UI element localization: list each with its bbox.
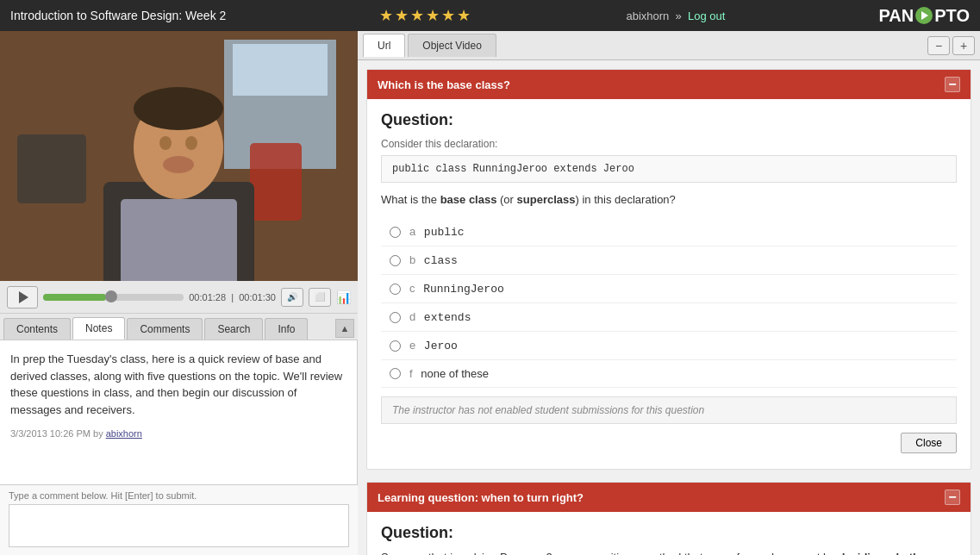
question-text-1: What is the base class (or superclass) i… [381,193,957,206]
svg-point-10 [185,136,197,150]
header: Introduction to Software Design: Week 2 … [0,0,980,31]
expand-panel-button[interactable]: ▲ [335,319,354,338]
option-f-radio[interactable] [390,368,401,379]
option-e-row[interactable]: e Jeroo [381,332,957,360]
logo-play-icon [915,7,933,24]
play-button[interactable] [7,286,38,309]
svg-rect-3 [17,134,86,203]
tab-notes[interactable]: Notes [72,317,125,340]
tab-search[interactable]: Search [204,318,263,340]
question-card-2-collapse[interactable]: − [945,490,960,505]
left-tabs: Contents Notes Comments Search Info ▲ [0,314,358,340]
question-card-2: Learning question: when to turn right? −… [366,482,971,555]
question-2-label: Question: [381,524,957,542]
right-tab-bar: Url Object Video − + [358,31,980,60]
bold-superclass: superclass [517,193,576,206]
svg-rect-6 [121,199,237,281]
option-b-row[interactable]: b class [381,246,957,275]
progress-bar[interactable] [43,294,184,301]
note-content: In prep the Tuesday's class, here is a q… [10,351,346,418]
option-e-radio[interactable] [390,340,401,352]
option-a-label: a public [409,225,465,239]
svg-point-9 [159,136,172,150]
question-card-1-body: Question: Consider this declaration: pub… [367,99,971,469]
comment-input[interactable] [9,504,349,547]
question-card-1: Which is the base class? − Question: Con… [366,69,971,470]
video-placeholder [0,31,358,281]
question-card-1-header: Which is the base class? − [367,70,971,99]
progress-thumb[interactable] [105,290,117,302]
current-time: 00:01:28 | 00:01:30 [189,292,276,302]
notes-area: In prep the Tuesday's class, here is a q… [0,340,358,484]
code-block: public class RunningJeroo extends Jeroo [381,155,957,183]
question-card-1-collapse[interactable]: − [945,77,960,92]
bold-base-class: base class [440,193,497,206]
option-f-label: f none of these [409,367,489,380]
star-rating[interactable]: ★★★★★★ [379,6,472,25]
option-a-row[interactable]: a public [381,218,957,246]
question-text-2: Suppose that in solving Program 2, you a… [381,551,957,555]
svg-rect-2 [233,44,328,96]
option-d-radio[interactable] [390,312,401,323]
zoom-out-button[interactable]: − [927,36,950,55]
logout-link[interactable]: Log out [688,9,725,22]
left-panel: 00:01:28 | 00:01:30 🔊 ⬜ 📊 Contents Notes… [0,31,358,555]
svg-point-8 [134,87,223,130]
video-area [0,31,358,281]
logo-pan: PAN [878,6,914,26]
comment-area: Type a comment below. Hit [Enter] to sub… [0,484,358,555]
tab-info[interactable]: Info [265,318,308,340]
option-a-radio[interactable] [390,227,401,238]
option-d-row[interactable]: d extends [381,303,957,332]
tab-comments[interactable]: Comments [127,318,203,340]
option-c-label: c RunningJeroo [409,282,504,296]
main-layout: 00:01:28 | 00:01:30 🔊 ⬜ 📊 Contents Notes… [0,31,980,555]
note-meta: 3/3/2013 10:26 PM by abixhorn [10,427,346,441]
zoom-controls: − + [927,36,975,55]
volume-button[interactable]: 🔊 [281,288,303,307]
right-tab-object-video[interactable]: Object Video [408,34,496,57]
question-card-2-title: Learning question: when to turn right? [378,491,584,504]
right-tab-url[interactable]: Url [363,34,405,57]
tab-contents[interactable]: Contents [3,318,71,340]
option-b-radio[interactable] [390,255,401,266]
question-card-1-title: Which is the base class? [378,78,510,91]
option-c-radio[interactable] [390,284,401,295]
option-f-row[interactable]: f none of these [381,360,957,388]
option-b-label: b class [409,253,458,267]
bold-deciding: deciding whether or not to turn [381,551,945,555]
page-title: Introduction to Software Design: Week 2 [10,9,226,22]
close-button[interactable]: Close [901,433,957,453]
option-d-label: d extends [409,310,471,324]
svg-point-11 [163,156,194,173]
question-card-2-header: Learning question: when to turn right? − [367,483,971,512]
comment-label: Type a comment below. Hit [Enter] to sub… [9,490,349,501]
fullscreen-button[interactable]: ⬜ [309,288,331,307]
note-author-link[interactable]: abixhorn [106,428,142,439]
progress-fill [43,294,106,301]
right-panel: Url Object Video − + Which is the base c… [358,31,980,555]
video-svg [0,31,358,281]
submission-note: The instructor has not enabled student s… [381,396,957,424]
option-c-row[interactable]: c RunningJeroo [381,275,957,303]
question-card-2-body: Question: Suppose that in solving Progra… [367,512,971,555]
user-area: abixhorn » Log out [626,9,725,22]
consider-label: Consider this declaration: [381,138,957,150]
question-1-label: Question: [381,111,957,129]
chart-icon[interactable]: 📊 [336,290,351,304]
panopto-logo: PANPTO [878,6,970,26]
option-e-label: e Jeroo [409,339,458,352]
zoom-in-button[interactable]: + [952,36,975,55]
player-controls: 00:01:28 | 00:01:30 🔊 ⬜ 📊 [0,281,358,314]
username: abixhorn [626,9,669,22]
logo-pto: PTO [934,6,970,26]
svg-rect-4 [250,143,302,221]
right-content: Which is the base class? − Question: Con… [358,60,980,555]
